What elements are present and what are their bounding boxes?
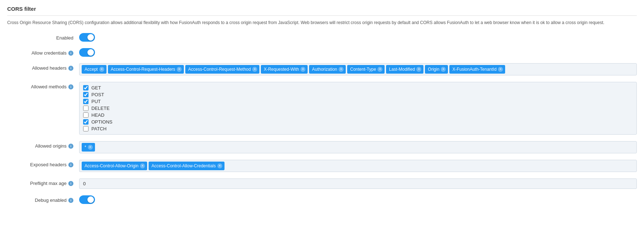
method-options-checkbox[interactable] — [83, 119, 89, 125]
remove-exposed-tag-icon[interactable]: × — [217, 163, 222, 168]
allow-credentials-info-icon[interactable]: i — [68, 51, 73, 56]
remove-tag-icon[interactable]: × — [339, 67, 344, 72]
method-delete-label: DELETE — [91, 106, 110, 111]
remove-tag-icon[interactable]: × — [300, 67, 305, 72]
method-checkbox-item: OPTIONS — [83, 119, 633, 125]
enabled-row: Enabled — [7, 33, 637, 42]
allowed-origins-control: *× — [79, 141, 637, 153]
method-put-checkbox[interactable] — [83, 99, 89, 104]
remove-tag-icon[interactable]: × — [252, 67, 257, 72]
method-checkbox-item: GET — [83, 85, 633, 90]
exposed-headers-control: Access-Control-Allow-Origin×Access-Contr… — [79, 160, 637, 172]
method-get-checkbox[interactable] — [83, 85, 89, 90]
method-head-label: HEAD — [91, 112, 104, 118]
allowed-headers-info-icon[interactable]: i — [68, 66, 73, 71]
allowed-methods-label: Allowed methods i — [7, 82, 79, 89]
enabled-label: Enabled — [7, 33, 79, 41]
method-checkbox-item: POST — [83, 92, 633, 97]
allowed-header-tag: Last-Modified× — [386, 65, 423, 74]
method-checkbox-item: PATCH — [83, 126, 633, 131]
method-post-checkbox[interactable] — [83, 92, 89, 97]
allowed-origins-row: Allowed origins i *× — [7, 141, 637, 153]
method-checkbox-item: PUT — [83, 99, 633, 104]
allow-credentials-toggle[interactable] — [79, 48, 95, 57]
allow-credentials-control — [79, 48, 637, 57]
allowed-methods-row: Allowed methods i GETPOSTPUTDELETEHEADOP… — [7, 82, 637, 135]
allowed-header-tag: X-FusionAuth-TenantId× — [449, 65, 505, 74]
allowed-methods-info-icon[interactable]: i — [68, 84, 73, 89]
page-title: CORS filter — [7, 6, 637, 16]
page-description: Cross Origin Resource Sharing (CORS) con… — [7, 19, 637, 26]
remove-origin-icon[interactable]: × — [88, 145, 93, 150]
preflight-max-age-control — [79, 178, 637, 189]
allowed-header-tag: Origin× — [425, 65, 448, 74]
exposed-headers-row: Exposed headers i Access-Control-Allow-O… — [7, 160, 637, 172]
preflight-max-age-input[interactable] — [79, 178, 637, 189]
method-head-checkbox[interactable] — [83, 112, 89, 118]
exposed-headers-tags[interactable]: Access-Control-Allow-Origin×Access-Contr… — [79, 160, 637, 172]
enabled-toggle[interactable] — [79, 33, 95, 42]
allowed-methods-control: GETPOSTPUTDELETEHEADOPTIONSPATCH — [79, 82, 637, 135]
allowed-headers-row: Allowed headers i Accept×Access-Control-… — [7, 63, 637, 75]
enabled-control — [79, 33, 637, 42]
allowed-origins-label: Allowed origins i — [7, 141, 79, 149]
debug-enabled-control — [79, 195, 637, 204]
allowed-origins-info-icon[interactable]: i — [68, 144, 73, 149]
allowed-origin-tag: *× — [82, 143, 95, 152]
method-delete-checkbox[interactable] — [83, 106, 89, 111]
allowed-header-tag: Authorization× — [309, 65, 346, 74]
exposed-header-tag: Access-Control-Allow-Origin× — [82, 162, 147, 170]
method-options-label: OPTIONS — [91, 119, 113, 125]
exposed-header-tag: Access-Control-Allow-Credentials× — [149, 162, 225, 170]
method-post-label: POST — [91, 92, 104, 97]
debug-enabled-info-icon[interactable]: i — [68, 198, 73, 203]
allowed-headers-control: Accept×Access-Control-Request-Headers×Ac… — [79, 63, 637, 75]
remove-tag-icon[interactable]: × — [177, 67, 182, 72]
allowed-headers-tags[interactable]: Accept×Access-Control-Request-Headers×Ac… — [79, 63, 637, 75]
preflight-max-age-info-icon[interactable]: i — [68, 181, 73, 186]
allow-credentials-row: Allow credentials i — [7, 48, 637, 57]
method-checkbox-item: DELETE — [83, 106, 633, 111]
allowed-header-tag: X-Requested-With× — [261, 65, 308, 74]
preflight-max-age-row: Preflight max age i — [7, 178, 637, 189]
allowed-methods-checkboxes: GETPOSTPUTDELETEHEADOPTIONSPATCH — [79, 82, 637, 135]
method-checkbox-item: HEAD — [83, 112, 633, 118]
method-patch-checkbox[interactable] — [83, 126, 89, 131]
remove-tag-icon[interactable]: × — [498, 67, 503, 72]
allowed-headers-label: Allowed headers i — [7, 63, 79, 71]
remove-tag-icon[interactable]: × — [99, 67, 104, 72]
enabled-slider — [79, 33, 95, 42]
exposed-headers-info-icon[interactable]: i — [68, 162, 73, 167]
allowed-header-tag: Content-Type× — [347, 65, 385, 74]
debug-enabled-row: Debug enabled i — [7, 195, 637, 204]
method-patch-label: PATCH — [91, 126, 106, 131]
remove-exposed-tag-icon[interactable]: × — [140, 163, 145, 168]
debug-enabled-slider — [79, 195, 95, 204]
allowed-origins-tags[interactable]: *× — [79, 141, 637, 153]
allowed-header-tag: Access-Control-Request-Headers× — [108, 65, 184, 74]
remove-tag-icon[interactable]: × — [377, 67, 382, 72]
allow-credentials-slider — [79, 48, 95, 57]
allowed-header-tag: Accept× — [82, 65, 106, 74]
remove-tag-icon[interactable]: × — [416, 67, 421, 72]
debug-enabled-toggle[interactable] — [79, 195, 95, 204]
method-put-label: PUT — [91, 99, 101, 104]
allowed-header-tag: Access-Control-Request-Method× — [185, 65, 259, 74]
allow-credentials-label: Allow credentials i — [7, 48, 79, 56]
exposed-headers-label: Exposed headers i — [7, 160, 79, 167]
remove-tag-icon[interactable]: × — [441, 67, 446, 72]
debug-enabled-label: Debug enabled i — [7, 195, 79, 203]
preflight-max-age-label: Preflight max age i — [7, 178, 79, 186]
method-get-label: GET — [91, 85, 101, 90]
